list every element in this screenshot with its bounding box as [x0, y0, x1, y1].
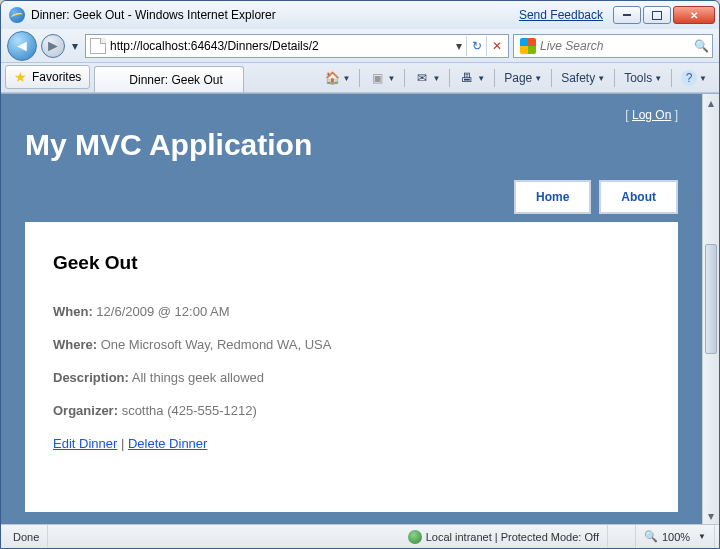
dinner-organizer: Organizer: scottha (425-555-1212) — [53, 403, 650, 418]
safety-menu[interactable]: Safety▼ — [557, 67, 609, 89]
security-zone[interactable]: Local intranet | Protected Mode: Off — [400, 525, 608, 548]
logon-area: [ Log On ] — [25, 108, 678, 122]
send-feedback-link[interactable]: Send Feedback — [519, 8, 603, 22]
address-bar: ▾ ↻ ✕ — [85, 34, 509, 58]
delete-dinner-link[interactable]: Delete Dinner — [128, 436, 208, 451]
minimize-button[interactable] — [613, 6, 641, 24]
scroll-up-icon[interactable]: ▴ — [703, 94, 719, 111]
favorites-button[interactable]: ★ Favorites — [5, 65, 90, 89]
separator — [551, 69, 552, 87]
printer-icon: 🖶 — [459, 70, 475, 86]
tools-menu[interactable]: Tools▼ — [620, 67, 666, 89]
page-body: [ Log On ] My MVC Application Home About… — [1, 94, 702, 524]
page-menu[interactable]: Page▼ — [500, 67, 546, 89]
viewport: [ Log On ] My MVC Application Home About… — [1, 93, 719, 524]
vertical-scrollbar[interactable]: ▴ ▾ — [702, 94, 719, 524]
scroll-thumb[interactable] — [705, 244, 717, 354]
back-button[interactable]: ◄ — [7, 31, 37, 61]
zoom-icon: 🔍 — [644, 530, 658, 543]
window-buttons — [613, 6, 715, 24]
separator — [449, 69, 450, 87]
edit-dinner-link[interactable]: Edit Dinner — [53, 436, 117, 451]
address-input[interactable] — [110, 39, 452, 53]
search-box: 🔍 — [513, 34, 713, 58]
refresh-button[interactable]: ↻ — [466, 36, 486, 56]
separator — [614, 69, 615, 87]
ie-icon — [9, 7, 25, 23]
separator — [671, 69, 672, 87]
help-icon: ? — [681, 70, 697, 86]
stop-button[interactable]: ✕ — [486, 36, 506, 56]
favorites-label: Favorites — [32, 70, 81, 84]
content-card: Geek Out When: 12/6/2009 @ 12:00 AM Wher… — [25, 222, 678, 512]
live-search-icon — [520, 38, 536, 54]
logon-link[interactable]: Log On — [632, 108, 671, 122]
rss-icon: ▣ — [369, 70, 385, 86]
status-bar: Done Local intranet | Protected Mode: Of… — [1, 524, 719, 548]
maximize-button[interactable] — [643, 6, 671, 24]
ie-icon — [109, 73, 123, 87]
browser-tab[interactable]: Dinner: Geek Out — [94, 66, 244, 92]
nav-about[interactable]: About — [599, 180, 678, 214]
chevron-down-icon: ▼ — [698, 532, 706, 541]
dinner-heading: Geek Out — [53, 252, 650, 274]
nav-history-dropdown[interactable]: ▾ — [69, 33, 81, 59]
separator — [359, 69, 360, 87]
close-button[interactable] — [673, 6, 715, 24]
command-bar: 🏠▼ ▣▼ ✉▼ 🖶▼ Page▼ Safety▼ Tools▼ ?▼ — [321, 66, 715, 92]
dinner-where: Where: One Microsoft Way, Redmond WA, US… — [53, 337, 650, 352]
app-title: My MVC Application — [25, 128, 678, 162]
window-title: Dinner: Geek Out - Windows Internet Expl… — [31, 8, 519, 22]
ie-window: Dinner: Geek Out - Windows Internet Expl… — [0, 0, 720, 549]
mail-icon: ✉ — [414, 70, 430, 86]
search-input[interactable] — [540, 39, 692, 53]
help-button[interactable]: ?▼ — [677, 67, 711, 89]
dinner-description: Description: All things geek allowed — [53, 370, 650, 385]
star-icon: ★ — [14, 69, 27, 85]
main-nav: Home About — [25, 180, 678, 214]
print-button[interactable]: 🖶▼ — [455, 67, 489, 89]
home-button[interactable]: 🏠▼ — [321, 67, 355, 89]
separator — [404, 69, 405, 87]
dinner-when: When: 12/6/2009 @ 12:00 AM — [53, 304, 650, 319]
tab-row: ★ Favorites Dinner: Geek Out 🏠▼ ▣▼ ✉▼ 🖶▼… — [1, 63, 719, 93]
read-mail-button[interactable]: ✉▼ — [410, 67, 444, 89]
titlebar: Dinner: Geek Out - Windows Internet Expl… — [1, 1, 719, 29]
nav-home[interactable]: Home — [514, 180, 591, 214]
popup-blocker-cell[interactable] — [608, 525, 636, 548]
page-icon — [90, 38, 106, 54]
nav-row: ◄ ► ▾ ▾ ↻ ✕ 🔍 — [1, 29, 719, 63]
home-icon: 🏠 — [325, 70, 341, 86]
search-button[interactable]: 🔍 — [692, 39, 710, 53]
address-dropdown[interactable]: ▾ — [452, 39, 466, 53]
status-text: Done — [5, 525, 48, 548]
zone-icon — [408, 530, 422, 544]
zoom-control[interactable]: 🔍 100% ▼ — [636, 525, 715, 548]
action-links: Edit Dinner | Delete Dinner — [53, 436, 650, 451]
tab-title: Dinner: Geek Out — [129, 73, 222, 87]
feeds-button[interactable]: ▣▼ — [365, 67, 399, 89]
separator — [494, 69, 495, 87]
scroll-down-icon[interactable]: ▾ — [703, 507, 719, 524]
forward-button[interactable]: ► — [41, 34, 65, 58]
